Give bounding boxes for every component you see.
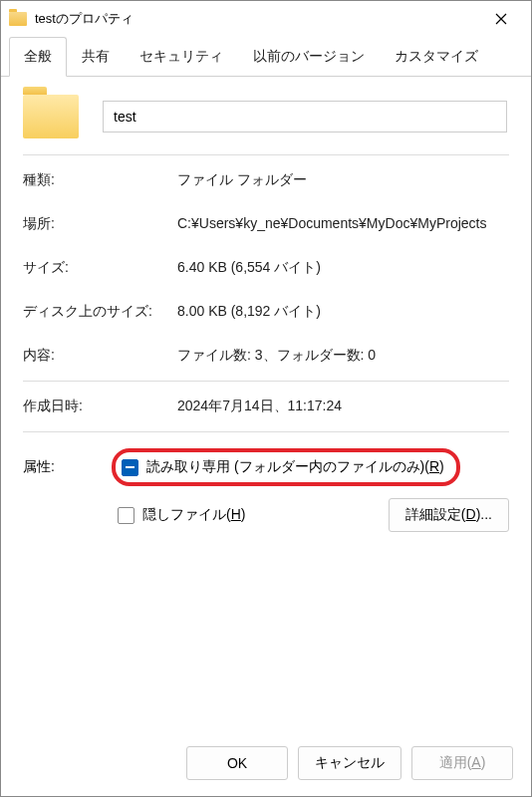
close-button[interactable] xyxy=(479,4,523,34)
readonly-checkbox[interactable] xyxy=(122,459,138,476)
tab-customize[interactable]: カスタマイズ xyxy=(380,37,493,76)
created-value: 2024年7月14日、11:17:24 xyxy=(177,398,509,415)
folder-name-input[interactable] xyxy=(103,101,507,133)
hidden-checkbox[interactable] xyxy=(118,507,134,524)
hidden-label[interactable]: 隠しファイル(H) xyxy=(142,506,245,524)
hidden-row: 隠しファイル(H) 詳細設定(D)... xyxy=(112,498,509,532)
location-label: 場所: xyxy=(23,215,177,233)
apply-button[interactable]: 適用(A) xyxy=(411,746,513,780)
tab-bar: 全般 共有 セキュリティ 以前のバージョン カスタマイズ xyxy=(1,37,531,77)
dialog-button-bar: OK キャンセル 適用(A) xyxy=(1,734,531,796)
readonly-label[interactable]: 読み取り専用 (フォルダー内のファイルのみ)(R) xyxy=(146,458,444,476)
attributes-section: 属性: 読み取り専用 (フォルダー内のファイルのみ)(R) 隠しファイル(H) … xyxy=(23,448,509,532)
contents-value: ファイル数: 3、フォルダー数: 0 xyxy=(177,347,509,365)
location-value: C:¥Users¥ky_ne¥Documents¥MyDoc¥MyProject… xyxy=(177,215,509,233)
attributes-controls: 読み取り専用 (フォルダー内のファイルのみ)(R) 隠しファイル(H) 詳細設定… xyxy=(112,448,509,532)
size-on-disk-value: 8.00 KB (8,192 バイト) xyxy=(177,303,509,321)
readonly-highlight: 読み取り専用 (フォルダー内のファイルのみ)(R) xyxy=(112,448,460,486)
type-label: 種類: xyxy=(23,171,177,189)
properties-window: testのプロパティ 全般 共有 セキュリティ 以前のバージョン カスタマイズ … xyxy=(0,0,532,797)
advanced-button[interactable]: 詳細設定(D)... xyxy=(389,498,509,532)
tab-sharing[interactable]: 共有 xyxy=(67,37,125,76)
folder-icon xyxy=(9,12,27,26)
size-value: 6.40 KB (6,554 バイト) xyxy=(177,259,509,277)
info-grid-2: 作成日時: 2024年7月14日、11:17:24 xyxy=(23,398,509,415)
separator xyxy=(23,154,509,155)
tab-versions[interactable]: 以前のバージョン xyxy=(238,37,380,76)
info-grid-1: 種類: ファイル フォルダー 場所: C:¥Users¥ky_ne¥Docume… xyxy=(23,171,509,365)
size-label: サイズ: xyxy=(23,259,177,277)
separator xyxy=(23,431,509,432)
created-label: 作成日時: xyxy=(23,398,177,415)
ok-button[interactable]: OK xyxy=(186,746,288,780)
type-value: ファイル フォルダー xyxy=(177,171,509,189)
close-icon xyxy=(495,13,507,25)
cancel-button[interactable]: キャンセル xyxy=(298,746,401,780)
tab-general[interactable]: 全般 xyxy=(9,37,67,77)
tab-security[interactable]: セキュリティ xyxy=(125,37,238,76)
contents-label: 内容: xyxy=(23,347,177,365)
titlebar: testのプロパティ xyxy=(1,1,531,37)
size-on-disk-label: ディスク上のサイズ: xyxy=(23,303,177,321)
folder-large-icon xyxy=(23,95,79,138)
separator xyxy=(23,381,509,382)
tab-content: 種類: ファイル フォルダー 場所: C:¥Users¥ky_ne¥Docume… xyxy=(1,77,531,734)
attributes-label: 属性: xyxy=(23,448,98,476)
hidden-checkbox-row: 隠しファイル(H) xyxy=(118,502,245,528)
window-title: testのプロパティ xyxy=(35,10,479,28)
folder-header-row xyxy=(23,95,509,138)
